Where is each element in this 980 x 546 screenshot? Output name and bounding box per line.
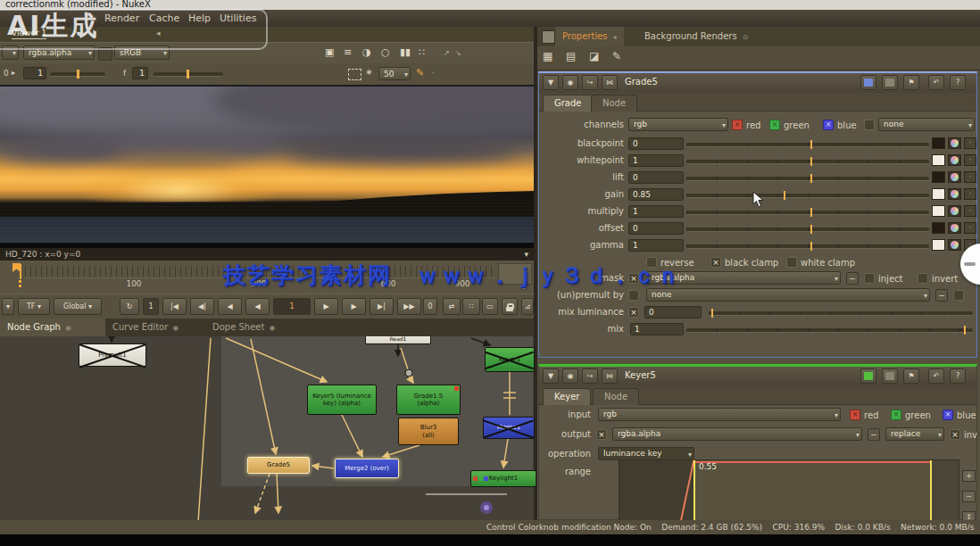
bounce-playback-button[interactable]: ⇄ (443, 298, 461, 315)
node-keylight1[interactable]: Keylight1 (470, 470, 536, 487)
tab-node[interactable]: Node (593, 388, 639, 405)
lock-range-button[interactable] (502, 298, 518, 315)
tab-node[interactable]: Node (591, 95, 637, 112)
help-icon[interactable]: ? (950, 75, 966, 90)
mix-luminance-checkbox[interactable]: × (628, 307, 639, 318)
lift-field[interactable]: 0 (628, 171, 684, 184)
node-grade1-5[interactable]: Grade1.5(alpha) (396, 385, 461, 415)
blackpoint-color-swatch[interactable] (932, 137, 945, 149)
postage-stamp-button[interactable] (882, 75, 898, 90)
output-invert-checkbox[interactable]: × (950, 429, 960, 440)
animation-menu-button[interactable]: · (964, 205, 976, 217)
flag-icon[interactable]: ⚑ (903, 368, 919, 384)
frame-range-dropdown[interactable]: Global ▾ (54, 298, 102, 315)
color-wheel-button[interactable] (948, 171, 961, 183)
revert-icon[interactable]: ↶ (928, 368, 944, 384)
node-indicator-button[interactable] (860, 368, 876, 384)
step-forward-button[interactable]: ▶ (342, 298, 366, 315)
tab-node-graph[interactable]: Node Graph◉ (0, 318, 105, 336)
gain-slider[interactable] (50, 72, 105, 77)
pause-icon[interactable]: ▮▮ (400, 46, 411, 58)
extra-channel-checkbox[interactable] (864, 120, 875, 130)
multiply-color-swatch[interactable] (932, 205, 945, 217)
collapse-icon[interactable]: ▼ (543, 368, 559, 384)
pause-render-icon[interactable]: ∗ (365, 67, 372, 77)
roi-circle-icon[interactable]: ○ (381, 46, 390, 58)
node-keyer1[interactable]: Keyer1 (485, 347, 535, 372)
range-zoom-out-button[interactable]: − (962, 491, 976, 502)
revert-icon[interactable]: ↶ (928, 75, 944, 90)
animation-menu-button[interactable]: · (964, 222, 976, 234)
center-node-icon[interactable]: ◉ (562, 75, 578, 90)
multiply-field[interactable]: 1 (628, 205, 684, 218)
fps-field[interactable]: 1 (143, 298, 159, 315)
red-channel-checkbox[interactable]: × (850, 410, 860, 420)
range-zoom-in-button[interactable]: + (962, 470, 976, 482)
fps-display-button[interactable]: ∷ (462, 298, 480, 315)
color-wheel-button[interactable] (948, 239, 961, 251)
color-wheel-button[interactable] (948, 205, 961, 217)
node-indicator-button[interactable] (860, 75, 876, 90)
whitepoint-color-swatch[interactable] (932, 154, 945, 166)
gamma-field[interactable]: 1 (628, 239, 684, 252)
range-curve-widget[interactable]: 0.55 (619, 459, 959, 521)
green-channel-checkbox[interactable]: × (891, 410, 901, 420)
range-handle-d[interactable] (930, 460, 932, 520)
node-blur3[interactable]: Blur3(all) (398, 418, 459, 445)
stack-icon[interactable]: ≡ (344, 46, 352, 58)
inject-checkbox[interactable] (864, 273, 875, 284)
zoom-level-dropdown[interactable]: 50▾ (378, 67, 411, 80)
lift-slider[interactable] (686, 177, 929, 181)
float-panel-icon[interactable]: ↪ (582, 75, 598, 90)
premult-checkbox[interactable] (628, 290, 639, 301)
prev-increment-button[interactable]: ◀| (190, 298, 214, 315)
output-clear-button[interactable]: − (868, 428, 880, 441)
mask-clear-button[interactable]: − (846, 272, 859, 285)
node-merge1[interactable]: Merge1 (483, 417, 535, 439)
chevron-down-icon[interactable]: ▾ (524, 248, 528, 261)
lift-color-swatch[interactable] (932, 171, 945, 183)
animation-menu-button[interactable]: · (964, 154, 976, 166)
white-clamp-checkbox[interactable] (786, 257, 797, 268)
tab-properties[interactable]: Properties◂ (555, 27, 624, 46)
tab-dope-sheet[interactable]: Dope Sheet◉ (205, 318, 295, 336)
multiply-slider[interactable] (686, 211, 929, 215)
range-handle-a[interactable] (693, 460, 695, 520)
operation-dropdown[interactable]: luminance key▾ (598, 447, 694, 460)
next-increment-button[interactable]: ▶| (370, 298, 394, 315)
annotate-pencil-icon[interactable]: ✎ (416, 67, 424, 79)
tab-background-renders[interactable]: Background Renders⊙ (637, 27, 755, 46)
gamma-slider[interactable] (686, 244, 929, 249)
offset-color-swatch[interactable] (932, 222, 945, 234)
animation-menu-button[interactable]: · (964, 188, 976, 200)
fullscreen-button[interactable]: ▭ (482, 298, 498, 315)
step-back-button[interactable]: ◀ (218, 298, 242, 315)
output-checkbox[interactable]: × (596, 429, 607, 440)
layout-icon[interactable]: ▦ (543, 50, 552, 62)
premult-invert-checkbox[interactable] (953, 290, 964, 301)
color-wheel-button[interactable] (948, 222, 961, 234)
animation-menu-button[interactable]: · (964, 137, 976, 149)
help-icon[interactable]: ? (950, 368, 966, 384)
zoom-out-icon[interactable]: ↘ (455, 49, 461, 57)
current-frame-field[interactable]: 1 (273, 298, 311, 315)
tab-menu-icon[interactable]: ◂ (613, 33, 617, 41)
offset-slider[interactable] (686, 228, 929, 232)
viewer-image[interactable] (0, 85, 536, 248)
animation-menu-button[interactable]: · (964, 171, 976, 183)
tab-keyer[interactable]: Keyer (543, 388, 591, 405)
blackpoint-slider[interactable] (686, 143, 929, 147)
color-wheel-button[interactable] (948, 188, 961, 200)
channels-dropdown[interactable]: rgb▾ (628, 118, 728, 131)
invert-checkbox[interactable] (918, 273, 928, 284)
premult-clear-button[interactable]: − (935, 289, 948, 302)
premult-dropdown[interactable]: none▾ (646, 288, 930, 302)
blue-channel-checkbox[interactable]: × (943, 410, 953, 420)
mix-slider[interactable] (686, 328, 973, 333)
timecode-mode-button[interactable]: TF ▾ (18, 298, 50, 315)
green-channel-checkbox[interactable]: × (769, 120, 780, 130)
tab-curve-editor[interactable]: Curve Editor◉ (105, 318, 205, 336)
playback-mode-button[interactable]: ↻ (120, 298, 139, 315)
flag-icon[interactable]: ⚑ (903, 75, 919, 90)
offset-field[interactable]: 0 (628, 222, 684, 235)
